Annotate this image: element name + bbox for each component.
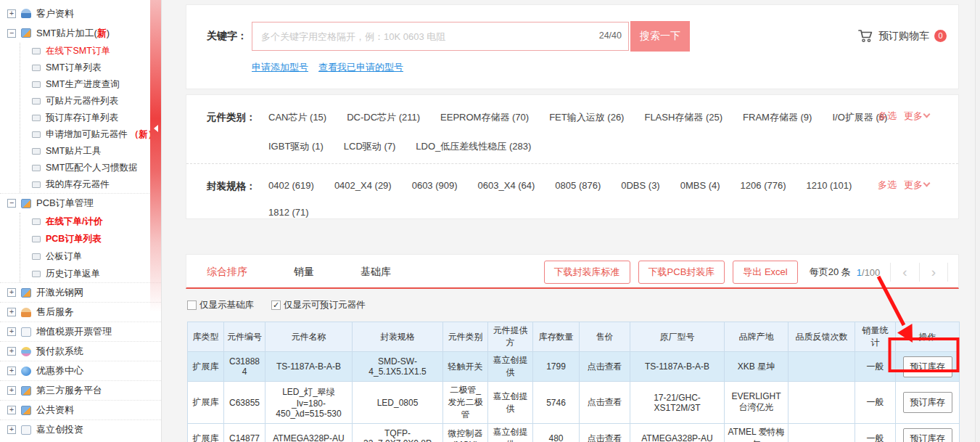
tab-sales-volume[interactable]: 销量 xyxy=(294,266,314,279)
sidebar-item-prepayment[interactable]: + 预付款系统 xyxy=(0,341,161,361)
sidebar-item-coupon-center[interactable]: + 优惠券中心 xyxy=(0,361,161,380)
package-option[interactable]: 0402 (619) xyxy=(268,180,314,191)
package-option[interactable]: 0603_X4 (64) xyxy=(478,180,535,191)
reserve-stock-button[interactable]: 预订库存 xyxy=(903,392,952,413)
export-excel-button[interactable]: 导出 Excel xyxy=(733,261,797,284)
sidebar-item-smt-processing[interactable]: − SMT贴片加工(新) xyxy=(0,23,161,43)
package-option[interactable]: 1206 (776) xyxy=(741,180,786,191)
tab-base-library[interactable]: 基础库 xyxy=(361,266,391,279)
category-more-link[interactable]: 更多 xyxy=(904,110,929,123)
package-filter-row: 封装规格： 0402 (619) 0402_X4 (29) 0603 (909)… xyxy=(186,164,958,228)
sidebar-item-pcb-order-mgmt[interactable]: − PCB订单管理 xyxy=(0,193,161,213)
next-page-button[interactable]: › xyxy=(919,263,948,282)
reserve-stock-button[interactable]: 预订库存 xyxy=(903,356,952,377)
leaf-icon xyxy=(32,115,41,121)
sidebar-item-pcb-order-list[interactable]: PCB订单列表 xyxy=(20,230,161,247)
apply-add-model-link[interactable]: 申请添加型号 xyxy=(252,61,308,74)
only-base-lib-option[interactable]: 仅显示基础库 xyxy=(187,299,254,311)
expand-plus-icon[interactable]: + xyxy=(7,425,16,434)
sidebar-item-laser-stencil[interactable]: + 开激光钢网 xyxy=(0,282,161,302)
sidebar-item-online-smt-order[interactable]: 在线下SMT订单 xyxy=(20,43,161,60)
sidebar-item-reserve-order-list[interactable]: 预订库存订单列表 xyxy=(20,110,161,126)
sidebar-item-smt-personal-data[interactable]: SMT匹配个人习惯数据 xyxy=(20,160,161,176)
category-option[interactable]: CAN芯片 (15) xyxy=(268,111,326,124)
sidebar-item-vat-invoice[interactable]: + 增值税票开票管理 xyxy=(0,322,161,341)
vertical-scrollbar[interactable] xyxy=(975,0,980,442)
checkbox-unchecked[interactable] xyxy=(187,300,197,310)
checkbox-checked[interactable]: ✓ xyxy=(271,300,281,310)
only-reservable-option[interactable]: ✓ 仅显示可预订元器件 xyxy=(271,299,366,311)
download-pcb-lib-button[interactable]: 下载PCB封装库 xyxy=(638,261,725,284)
col-stock: 库存数量 xyxy=(533,322,580,352)
price-view-link[interactable]: 点击查看 xyxy=(580,382,630,424)
category-option[interactable]: FRAM存储器 (9) xyxy=(743,111,812,124)
price-view-link[interactable]: 点击查看 xyxy=(580,424,630,442)
expand-plus-icon[interactable]: + xyxy=(7,386,16,395)
package-option[interactable]: 1210 (101) xyxy=(807,180,852,191)
category-option[interactable]: IGBT驱动 (1) xyxy=(268,140,324,153)
keyword-input[interactable] xyxy=(252,22,629,51)
part-code-link[interactable]: C14877 xyxy=(224,424,265,442)
sidebar-collapse-strip[interactable] xyxy=(150,0,161,312)
expand-plus-icon[interactable]: + xyxy=(7,327,16,336)
category-option[interactable]: FLASH存储器 (25) xyxy=(644,111,722,124)
sidebar-item-customer-info[interactable]: + 客户资料 xyxy=(0,4,161,23)
expand-plus-icon[interactable]: + xyxy=(7,9,16,18)
category-multi-select-link[interactable]: 多选 xyxy=(878,110,897,123)
package-more-link[interactable]: 更多 xyxy=(904,179,929,192)
leaf-icon xyxy=(32,98,41,105)
category-option[interactable]: EEPROM存储器 (70) xyxy=(440,111,529,124)
sidebar-item-label: SMT贴片加工(新) xyxy=(36,27,110,40)
category-option[interactable]: FET输入运放 (26) xyxy=(549,111,624,124)
expand-plus-icon[interactable]: + xyxy=(7,347,16,356)
sidebar-item-public-board-order[interactable]: 公板订单 xyxy=(20,247,161,265)
reserve-stock-button[interactable]: 预订库存 xyxy=(903,428,952,442)
expand-plus-icon[interactable]: + xyxy=(7,367,16,375)
package-option[interactable]: 0805 (876) xyxy=(555,180,601,191)
download-lib-standard-button[interactable]: 下载封装库标准 xyxy=(544,261,630,284)
cell-brand: ATMEL 爱特梅尔 xyxy=(725,424,788,442)
expand-plus-icon[interactable]: + xyxy=(7,288,16,297)
coins-icon xyxy=(21,347,31,356)
leaf-icon xyxy=(32,148,41,155)
expand-minus-icon[interactable]: − xyxy=(7,29,16,38)
tab-comprehensive-sort[interactable]: 综合排序 xyxy=(207,266,247,279)
expand-plus-icon[interactable]: + xyxy=(7,406,16,414)
sidebar-item-smt-tools[interactable]: SMT贴片工具 xyxy=(20,143,161,160)
category-option[interactable]: LDO_低压差线性稳压 (283) xyxy=(416,140,531,153)
sidebar-item-third-party-platform[interactable]: + 第三方服务平台 xyxy=(0,380,161,400)
expand-minus-icon[interactable]: − xyxy=(7,199,16,208)
col-mpn: 原厂型号 xyxy=(630,322,725,352)
sidebar-item-history-reorder[interactable]: 历史订单返单 xyxy=(20,265,161,282)
package-option[interactable]: 0DBS (3) xyxy=(621,180,659,191)
sidebar-item-online-pcb-quote[interactable]: 在线下单/计价 xyxy=(20,213,161,230)
sidebar-item-mountable-parts[interactable]: 可贴片元器件列表 xyxy=(20,93,161,110)
sidebar-item-my-stock-parts[interactable]: 我的库存元器件 xyxy=(20,176,161,193)
sidebar-item-smt-order-list[interactable]: SMT订单列表 xyxy=(20,60,161,76)
cart-count-badge: 0 xyxy=(934,30,947,42)
sidebar-item-smt-progress[interactable]: SMT生产进度查询 xyxy=(20,76,161,93)
search-button[interactable]: 搜索一下 xyxy=(630,21,690,52)
package-option[interactable]: 0MBS (4) xyxy=(680,180,720,191)
part-code-link[interactable]: C63855 xyxy=(224,382,265,424)
package-multi-select-link[interactable]: 多选 xyxy=(878,179,897,192)
sidebar-item-after-sales[interactable]: + 售后服务 xyxy=(0,302,161,322)
cell-action: 预订库存 xyxy=(896,424,960,442)
price-view-link[interactable]: 点击查看 xyxy=(580,352,630,382)
view-applied-models-link[interactable]: 查看我已申请的型号 xyxy=(318,61,403,74)
package-option[interactable]: 1812 (71) xyxy=(268,207,309,218)
leaf-icon xyxy=(32,253,41,260)
sidebar-item-apply-add-parts[interactable]: 申请增加可贴元器件 （新） xyxy=(20,126,161,143)
package-option[interactable]: 0402_X4 (29) xyxy=(334,180,392,191)
cell-provider: 嘉立创提供 xyxy=(488,424,533,442)
person-icon xyxy=(21,308,31,317)
part-code-link[interactable]: C318884 xyxy=(224,352,265,382)
sidebar-item-jlc-investment[interactable]: + 嘉立创投资 xyxy=(0,420,161,439)
prev-page-button[interactable]: ‹ xyxy=(890,263,918,282)
package-option[interactable]: 0603 (909) xyxy=(412,180,458,191)
reserve-cart[interactable]: 预订购物车 0 xyxy=(858,29,947,43)
expand-plus-icon[interactable]: + xyxy=(7,308,16,316)
category-option[interactable]: DC-DC芯片 (211) xyxy=(347,111,420,124)
category-option[interactable]: LCD驱动 (7) xyxy=(344,140,396,153)
sidebar-item-public-info[interactable]: + 公共资料 xyxy=(0,400,161,420)
